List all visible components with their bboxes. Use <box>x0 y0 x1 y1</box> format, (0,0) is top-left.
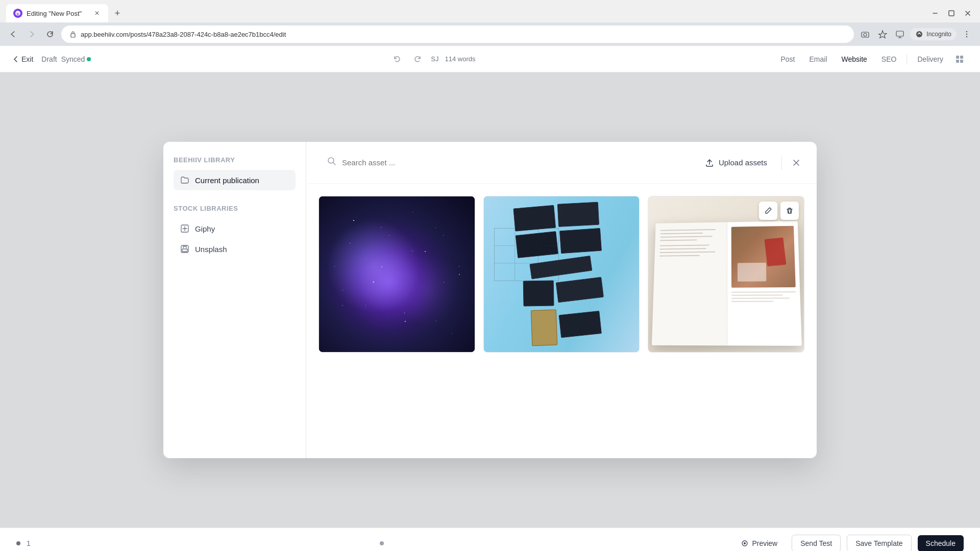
sidebar-item-unsplash[interactable]: Unsplash <box>174 239 296 259</box>
synced-status: Synced <box>61 55 91 63</box>
tab-close-button[interactable]: ✕ <box>93 9 101 17</box>
assets-grid <box>306 184 817 458</box>
lock-icon <box>69 31 77 38</box>
back-chevron-icon <box>12 56 19 63</box>
preview-label: Preview <box>752 539 777 547</box>
sidebar-item-giphy[interactable]: Giphy <box>174 218 296 239</box>
incognito-badge: Incognito <box>910 28 957 40</box>
draft-label: Draft <box>41 55 57 63</box>
synced-dot <box>87 57 91 61</box>
giphy-label: Giphy <box>195 224 215 233</box>
nav-seo[interactable]: SEO <box>875 52 903 66</box>
svg-rect-6 <box>896 31 903 36</box>
delete-asset-button[interactable] <box>780 202 799 220</box>
close-modal-button[interactable] <box>788 155 804 171</box>
toolbar-right: Post Email Website SEO Delivery <box>774 51 968 67</box>
upload-assets-label: Upload assets <box>719 158 767 167</box>
edit-asset-button[interactable] <box>759 202 777 220</box>
address-bar[interactable]: app.beehiiv.com/posts/478a23a8-2087-424c… <box>61 26 854 43</box>
bottom-left: 1 <box>16 539 31 547</box>
search-input[interactable] <box>342 158 682 167</box>
schedule-button[interactable]: Schedule <box>918 535 964 552</box>
toolbar-center: SJ 114 words <box>99 52 766 66</box>
star-icon[interactable] <box>875 27 890 41</box>
desktop-icon[interactable] <box>893 27 907 41</box>
modal-overlay: beehiiv library Current publication Stoc… <box>0 72 980 528</box>
preview-icon <box>741 539 749 547</box>
word-count: 114 words <box>445 55 476 63</box>
svg-rect-3 <box>71 34 75 37</box>
galaxy-image <box>319 196 475 352</box>
library-modal: beehiiv library Current publication Stoc… <box>163 142 817 458</box>
toolbar-status: Draft Synced <box>41 55 91 63</box>
upload-icon <box>704 158 715 168</box>
svg-rect-20 <box>495 229 559 281</box>
undo-button[interactable] <box>390 52 404 66</box>
close-window-button[interactable] <box>962 7 974 19</box>
asset-card-galaxy[interactable] <box>318 196 475 353</box>
browser-chrome: b Editing "New Post" ✕ + <box>0 0 980 46</box>
svg-point-11 <box>966 36 967 37</box>
main-content: beehiiv library Current publication Stoc… <box>0 72 980 528</box>
toolbar-grid-icon[interactable] <box>951 51 968 67</box>
search-box <box>318 152 690 173</box>
more-options-icon[interactable] <box>960 27 974 41</box>
browser-tab[interactable]: b Editing "New Post" ✕ <box>6 4 108 22</box>
user-id: SJ <box>431 55 438 63</box>
schedule-label: Schedule <box>926 539 955 547</box>
giphy-icon <box>180 223 190 234</box>
forward-button[interactable] <box>24 27 39 41</box>
svg-rect-12 <box>956 56 959 59</box>
preview-button[interactable]: Preview <box>732 535 786 552</box>
minimize-button[interactable] <box>929 7 941 19</box>
current-publication-label: Current publication <box>195 176 259 185</box>
incognito-icon <box>915 30 923 38</box>
asset-card-solar-panels[interactable] <box>483 196 640 353</box>
stock-section-title: Stock libraries <box>174 205 296 212</box>
nav-website[interactable]: Website <box>836 52 873 66</box>
save-template-button[interactable]: Save Template <box>847 535 911 552</box>
camera-icon[interactable] <box>858 27 872 41</box>
svg-point-8 <box>919 33 920 34</box>
upload-assets-button[interactable]: Upload assets <box>696 154 775 172</box>
page-dot <box>16 541 20 545</box>
tab-title: Editing "New Post" <box>27 10 89 17</box>
send-test-button[interactable]: Send Test <box>792 535 841 552</box>
browser-actions: Incognito <box>858 27 974 41</box>
solar-panels-image <box>484 196 640 352</box>
svg-point-26 <box>744 542 746 544</box>
nav-post[interactable]: Post <box>774 52 801 66</box>
page-number: 1 <box>27 539 31 547</box>
back-button[interactable] <box>6 27 20 41</box>
search-icon <box>327 156 337 169</box>
bottom-right: Preview Send Test Save Template Schedule <box>732 535 964 552</box>
svg-point-7 <box>916 31 922 37</box>
browser-titlebar: b Editing "New Post" ✕ + <box>0 0 980 22</box>
asset-card-inner <box>319 196 475 352</box>
nav-delivery[interactable]: Delivery <box>911 52 949 66</box>
svg-point-19 <box>328 158 334 163</box>
svg-text:b: b <box>17 12 19 16</box>
synced-label: Synced <box>61 55 85 63</box>
folder-icon <box>180 175 190 185</box>
svg-rect-13 <box>960 56 963 59</box>
svg-point-5 <box>864 33 867 36</box>
svg-rect-14 <box>956 60 959 63</box>
toolbar-separator <box>906 54 907 64</box>
new-tab-button[interactable]: + <box>110 6 125 20</box>
nav-email[interactable]: Email <box>803 52 834 66</box>
browser-toolbar: app.beehiiv.com/posts/478a23a8-2087-424c… <box>0 22 980 46</box>
save-template-label: Save Template <box>855 539 902 547</box>
toolbar-left: Exit Draft Synced <box>12 55 91 63</box>
library-sidebar: beehiiv library Current publication Stoc… <box>163 142 306 458</box>
library-header: Upload assets <box>306 142 817 184</box>
app-toolbar: Exit Draft Synced SJ 114 words Post Emai… <box>0 46 980 72</box>
restore-button[interactable] <box>945 7 958 19</box>
asset-card-magazine[interactable] <box>648 196 804 353</box>
sidebar-item-current-publication[interactable]: Current publication <box>174 170 296 190</box>
exit-button[interactable]: Exit <box>12 55 33 63</box>
redo-button[interactable] <box>410 52 425 66</box>
svg-point-10 <box>966 34 967 35</box>
svg-point-9 <box>966 31 967 32</box>
reload-button[interactable] <box>43 27 57 41</box>
